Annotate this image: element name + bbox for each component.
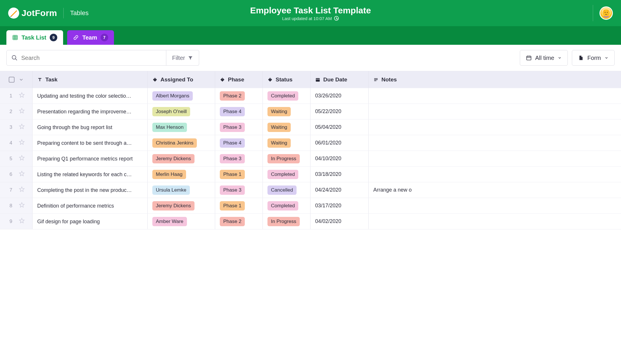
cell-status[interactable]: Waiting [263, 119, 310, 135]
cell-notes[interactable] [369, 88, 621, 104]
star-icon[interactable] [19, 123, 25, 131]
cell-task[interactable]: Preparing content to be sent through a… [33, 135, 148, 151]
cell-notes[interactable] [369, 214, 621, 229]
filter-button[interactable]: Filter [166, 50, 199, 66]
row-index-cell[interactable]: 3 [0, 119, 33, 135]
star-icon[interactable] [19, 155, 25, 163]
cell-assigned-to[interactable]: Jeremy Dickens [148, 151, 215, 166]
cell-phase[interactable]: Phase 4 [215, 135, 263, 151]
cell-task[interactable]: Preparing Q1 performance metrics report [33, 151, 148, 166]
cell-status[interactable]: Completed [263, 88, 310, 104]
cell-due-date[interactable]: 03/26/2020 [310, 88, 369, 104]
cell-task[interactable]: Presentation regarding the improveme… [33, 104, 148, 119]
cell-assigned-to[interactable]: Amber Ware [148, 214, 215, 229]
cell-task[interactable]: Updating and testing the color selectio… [33, 88, 148, 104]
star-icon[interactable] [19, 186, 25, 194]
cell-task[interactable]: Completing the post in the new produc… [33, 182, 148, 198]
search-input[interactable] [21, 55, 161, 61]
cell-notes[interactable] [369, 167, 621, 182]
row-index-cell[interactable]: 2 [0, 104, 33, 119]
cell-due-date[interactable]: 03/17/2020 [310, 198, 369, 213]
table-row[interactable]: 8Definition of performance metricsJeremy… [0, 198, 621, 214]
cell-phase[interactable]: Phase 3 [215, 182, 263, 198]
cell-phase[interactable]: Phase 4 [215, 104, 263, 119]
cell-status[interactable]: Cancelled [263, 182, 310, 198]
cell-phase[interactable]: Phase 1 [215, 198, 263, 213]
header-task[interactable]: Task [33, 71, 148, 88]
header-select-all[interactable] [0, 71, 33, 88]
cell-due-date[interactable]: 04/02/2020 [310, 214, 369, 229]
cell-notes[interactable] [369, 119, 621, 135]
cell-task[interactable]: Listing the related keywords for each c… [33, 167, 148, 182]
cell-assigned-to[interactable]: Ursula Lemke [148, 182, 215, 198]
cell-due-date[interactable]: 05/04/2020 [310, 119, 369, 135]
table-row[interactable]: 4Preparing content to be sent through a…… [0, 135, 621, 151]
star-icon[interactable] [19, 217, 25, 225]
star-icon[interactable] [19, 170, 25, 178]
checkbox-icon[interactable] [9, 77, 15, 83]
star-icon[interactable] [19, 202, 25, 210]
user-avatar[interactable] [599, 6, 613, 20]
row-index-cell[interactable]: 1 [0, 88, 33, 104]
section-label[interactable]: Tables [70, 9, 89, 17]
cell-due-date[interactable]: 03/18/2020 [310, 167, 369, 182]
time-range-button[interactable]: All time [520, 50, 568, 66]
tab-team[interactable]: Team 7 [67, 30, 114, 45]
row-index-cell[interactable]: 9 [0, 214, 33, 229]
cell-status[interactable]: In Progress [263, 151, 310, 166]
cell-notes[interactable] [369, 135, 621, 151]
table-row[interactable]: 3Going through the bug report listMax He… [0, 119, 621, 135]
row-index-cell[interactable]: 6 [0, 167, 33, 182]
cell-task[interactable]: Definition of performance metrics [33, 198, 148, 213]
cell-assigned-to[interactable]: Merlin Haag [148, 167, 215, 182]
cell-status[interactable]: In Progress [263, 214, 310, 229]
form-button[interactable]: Form [572, 50, 615, 66]
cell-status[interactable]: Waiting [263, 104, 310, 119]
document-title[interactable]: Employee Task List Template [250, 6, 371, 15]
table-row[interactable]: 9Gif design for page loadingAmber WarePh… [0, 214, 621, 229]
tab-task-list[interactable]: Task List 9 [6, 30, 63, 45]
row-index-cell[interactable]: 4 [0, 135, 33, 151]
cell-status[interactable]: Completed [263, 167, 310, 182]
cell-phase[interactable]: Phase 3 [215, 119, 263, 135]
star-icon[interactable] [19, 108, 25, 115]
header-due-date[interactable]: Due Date [310, 71, 369, 88]
cell-due-date[interactable]: 04/24/2020 [310, 182, 369, 198]
header-notes[interactable]: Notes [369, 71, 621, 88]
table-row[interactable]: 5Preparing Q1 performance metrics report… [0, 151, 621, 167]
chevron-down-icon[interactable] [19, 77, 24, 82]
header-status[interactable]: Status [263, 71, 310, 88]
cell-notes[interactable]: Arrange a new o [369, 182, 621, 198]
cell-task[interactable]: Gif design for page loading [33, 214, 148, 229]
cell-assigned-to[interactable]: Albert Morgans [148, 88, 215, 104]
cell-due-date[interactable]: 04/10/2020 [310, 151, 369, 166]
row-index-cell[interactable]: 7 [0, 182, 33, 198]
table-row[interactable]: 2Presentation regarding the improveme…Jo… [0, 104, 621, 119]
header-phase[interactable]: Phase [215, 71, 263, 88]
search-box[interactable] [6, 50, 166, 66]
cell-phase[interactable]: Phase 1 [215, 167, 263, 182]
table-row[interactable]: 6Listing the related keywords for each c… [0, 167, 621, 182]
star-icon[interactable] [19, 92, 25, 100]
cell-assigned-to[interactable]: Jeremy Dickens [148, 198, 215, 213]
cell-assigned-to[interactable]: Christina Jenkins [148, 135, 215, 151]
cell-notes[interactable] [369, 151, 621, 166]
cell-phase[interactable]: Phase 3 [215, 151, 263, 166]
star-icon[interactable] [19, 139, 25, 147]
cell-task[interactable]: Going through the bug report list [33, 119, 148, 135]
header-assigned-to[interactable]: Assigned To [148, 71, 215, 88]
cell-phase[interactable]: Phase 2 [215, 214, 263, 229]
row-index-cell[interactable]: 8 [0, 198, 33, 213]
cell-status[interactable]: Waiting [263, 135, 310, 151]
row-index-cell[interactable]: 5 [0, 151, 33, 166]
cell-notes[interactable] [369, 198, 621, 213]
table-row[interactable]: 7Completing the post in the new produc…U… [0, 182, 621, 198]
table-row[interactable]: 1Updating and testing the color selectio… [0, 88, 621, 104]
cell-due-date[interactable]: 06/01/2020 [310, 135, 369, 151]
cell-due-date[interactable]: 05/22/2020 [310, 104, 369, 119]
cell-notes[interactable] [369, 104, 621, 119]
cell-assigned-to[interactable]: Max Henson [148, 119, 215, 135]
cell-assigned-to[interactable]: Joseph O'neill [148, 104, 215, 119]
cell-phase[interactable]: Phase 2 [215, 88, 263, 104]
logo-block[interactable]: JotForm [8, 8, 57, 19]
